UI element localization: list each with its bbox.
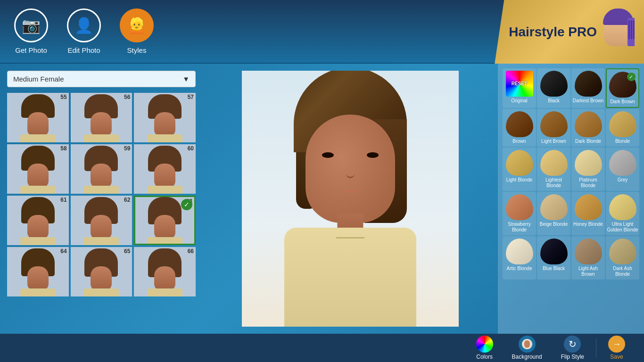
save-icon: → bbox=[608, 336, 625, 353]
color-label-darkest-brown: Darkest Brown bbox=[573, 98, 604, 104]
color-cell-strawberry-blonde[interactable]: Strawberry Blonde bbox=[503, 192, 536, 235]
style-number: 60 bbox=[188, 145, 194, 152]
color-cell-reset[interactable]: RESETOriginal bbox=[503, 68, 536, 108]
toolbar-background[interactable]: Background bbox=[503, 333, 552, 362]
color-cell-brown[interactable]: Brown bbox=[503, 109, 536, 147]
save-label: Save bbox=[610, 354, 623, 360]
style-cell[interactable]: 64 bbox=[7, 247, 69, 296]
color-swatch-dark-blonde bbox=[575, 111, 602, 137]
style-cell[interactable]: 61 bbox=[7, 196, 69, 245]
color-cell-darkest-brown[interactable]: Darkest Brown bbox=[571, 68, 605, 108]
model-head bbox=[305, 115, 395, 223]
color-label-light-ash-brown: Light Ash Brown bbox=[572, 266, 604, 277]
color-swatch-light-ash-brown bbox=[575, 239, 602, 264]
color-cell-blue-black[interactable]: Blue Black bbox=[537, 236, 570, 280]
photo-display bbox=[242, 71, 459, 327]
style-number: 57 bbox=[188, 94, 194, 100]
style-cell[interactable]: 57 bbox=[134, 93, 196, 142]
color-cell-dark-ash-blonde[interactable]: Dark Ash Blonde bbox=[606, 236, 639, 280]
style-thumbnail bbox=[134, 144, 196, 194]
category-dropdown[interactable]: Medium Female ▼ bbox=[7, 71, 196, 87]
photo-frame bbox=[242, 71, 459, 327]
colors-icon bbox=[476, 336, 493, 353]
color-swatch-blue-black bbox=[540, 239, 568, 264]
color-swatch-black bbox=[540, 71, 568, 97]
color-cell-beige-blonde[interactable]: Beige Blonde bbox=[537, 192, 570, 235]
category-label: Medium Female bbox=[13, 75, 64, 83]
background-icon bbox=[519, 336, 536, 353]
color-grid: RESETOriginalBlackDarkest Brown✓Dark Bro… bbox=[503, 68, 639, 280]
color-swatch-honey-blonde bbox=[575, 194, 602, 220]
color-label-dark-blonde: Dark Blonde bbox=[575, 139, 601, 144]
brand-logo: Hairstyle PRO bbox=[495, 0, 644, 64]
style-selected-check: ✓ bbox=[181, 199, 192, 210]
nav-icon-edit-photo: 👤 bbox=[67, 8, 101, 42]
nav-icon-styles: 👱 bbox=[120, 8, 154, 42]
nav-item-styles[interactable]: 👱Styles bbox=[120, 8, 154, 54]
style-thumbnail bbox=[7, 93, 69, 142]
toolbar-flip-style[interactable]: ↻ Flip Style bbox=[552, 333, 594, 362]
category-dropdown-wrap[interactable]: Medium Female ▼ bbox=[7, 71, 196, 87]
color-label-light-blonde: Light Blonde bbox=[506, 177, 533, 183]
style-number: 62 bbox=[124, 197, 130, 203]
color-cell-platinum-blonde[interactable]: Platinum Blonde bbox=[571, 148, 605, 191]
style-cell[interactable]: 63✓ bbox=[134, 196, 196, 245]
model-body bbox=[284, 228, 416, 327]
color-label-dark-ash-blonde: Dark Ash Blonde bbox=[607, 266, 638, 277]
color-cell-honey-blonde[interactable]: Honey Blonde bbox=[571, 192, 605, 235]
style-cell[interactable]: 66 bbox=[134, 247, 196, 296]
color-label-black: Black bbox=[548, 98, 559, 104]
color-label-strawberry-blonde: Strawberry Blonde bbox=[504, 222, 535, 233]
color-cell-artic-blonde[interactable]: Artic Blonde bbox=[503, 236, 536, 280]
header: 📷Get Photo👤Edit Photo👱Styles Hairstyle P… bbox=[0, 0, 644, 64]
color-cell-dark-blonde[interactable]: Dark Blonde bbox=[571, 109, 605, 147]
color-cell-ultra-light-golden-blonde[interactable]: Ultra Light Golden Blonde bbox=[606, 192, 639, 235]
color-swatch-blonde bbox=[609, 111, 636, 137]
color-swatch-reset: RESET bbox=[506, 71, 533, 97]
style-cell[interactable]: 65 bbox=[71, 247, 132, 296]
style-cell[interactable]: 56 bbox=[71, 93, 132, 142]
colors-label: Colors bbox=[476, 354, 493, 360]
color-cell-blonde[interactable]: Blonde bbox=[606, 109, 639, 147]
style-cell[interactable]: 58 bbox=[7, 144, 69, 194]
color-cell-lightest-blonde[interactable]: Lightest Blonde bbox=[537, 148, 570, 191]
nav-label-styles: Styles bbox=[127, 46, 147, 54]
color-swatch-lightest-blonde bbox=[540, 150, 568, 176]
style-thumbnail bbox=[7, 247, 69, 296]
toolbar-divider bbox=[596, 338, 596, 357]
color-cell-dark-brown[interactable]: ✓Dark Brown bbox=[606, 68, 639, 108]
style-thumbnail bbox=[71, 196, 132, 245]
nav-icon-get-photo: 📷 bbox=[14, 8, 48, 42]
color-label-honey-blonde: Honey Blonde bbox=[573, 222, 603, 227]
nav-item-get-photo[interactable]: 📷Get Photo bbox=[14, 8, 48, 54]
color-swatch-light-brown bbox=[540, 111, 568, 137]
color-swatch-light-blonde bbox=[506, 150, 533, 176]
color-label-light-brown: Light Brown bbox=[541, 139, 566, 144]
color-label-lightest-blonde: Lightest Blonde bbox=[538, 177, 570, 189]
style-number: 58 bbox=[60, 145, 66, 152]
style-cell[interactable]: 55 bbox=[7, 93, 69, 142]
brand-title: Hairstyle PRO bbox=[509, 25, 597, 40]
flip-style-label: Flip Style bbox=[561, 354, 584, 360]
main-content: Medium Female ▼ 555657585960616263✓64656… bbox=[0, 64, 644, 334]
color-cell-black[interactable]: Black bbox=[537, 68, 570, 108]
style-number: 55 bbox=[60, 94, 66, 100]
color-cell-light-brown[interactable]: Light Brown bbox=[537, 109, 570, 147]
style-number: 59 bbox=[124, 145, 130, 152]
toolbar-save[interactable]: → Save bbox=[599, 333, 635, 362]
nav-item-edit-photo[interactable]: 👤Edit Photo bbox=[67, 8, 101, 54]
color-selected-check: ✓ bbox=[627, 73, 636, 81]
color-swatch-brown bbox=[506, 111, 533, 137]
color-label-dark-brown: Dark Brown bbox=[610, 99, 635, 105]
style-cell[interactable]: 60 bbox=[134, 144, 196, 194]
color-cell-light-blonde[interactable]: Light Blonde bbox=[503, 148, 536, 191]
color-label-grey: Grey bbox=[618, 177, 628, 183]
style-cell[interactable]: 62 bbox=[71, 196, 132, 245]
color-swatch-ultra-light-golden-blonde bbox=[609, 194, 636, 220]
style-cell[interactable]: 59 bbox=[71, 144, 132, 194]
toolbar-colors[interactable]: Colors bbox=[467, 333, 503, 362]
model-figure bbox=[275, 71, 426, 327]
color-cell-light-ash-brown[interactable]: Light Ash Brown bbox=[571, 236, 605, 280]
photo-preview-panel bbox=[203, 64, 498, 334]
color-cell-grey[interactable]: Grey bbox=[606, 148, 639, 191]
